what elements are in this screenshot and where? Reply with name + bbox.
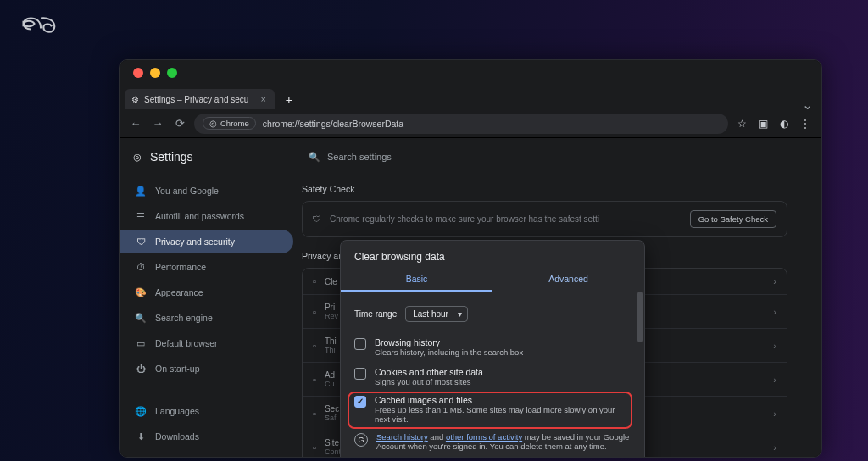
url-text: chrome://settings/clearBrowserData bbox=[263, 119, 403, 129]
shield-icon: 🛡 bbox=[135, 236, 147, 247]
close-window-button[interactable] bbox=[133, 68, 143, 78]
brand-logo bbox=[17, 12, 63, 37]
accessibility-icon: ♿ bbox=[135, 457, 147, 458]
settings-page: ◎ Settings 🔍 Search settings 👤You and Go… bbox=[120, 138, 821, 457]
sidebar-item-default-browser[interactable]: ▭Default browser bbox=[120, 331, 293, 355]
address-bar[interactable]: ◎ Chrome chrome://settings/clearBrowserD… bbox=[194, 114, 728, 134]
sidebar-item-privacy-and-security[interactable]: 🛡Privacy and security bbox=[120, 230, 293, 253]
checkbox-cookies[interactable] bbox=[354, 368, 366, 380]
dialog-scrollbar[interactable] bbox=[637, 288, 643, 458]
search-history-link[interactable]: Search history bbox=[376, 432, 428, 442]
chevron-right-icon: › bbox=[773, 442, 776, 453]
chevron-right-icon: › bbox=[773, 307, 776, 317]
option-label: Cached images and files bbox=[375, 395, 631, 405]
tab-basic[interactable]: Basic bbox=[341, 268, 492, 292]
sidebar-item-label: You and Google bbox=[155, 186, 219, 196]
performance-icon: ⏱ bbox=[135, 262, 147, 272]
chrome-logo-icon: ◎ bbox=[133, 152, 142, 163]
gear-icon: ⚙ bbox=[131, 95, 139, 104]
safety-check-desc: Chrome regularly checks to make sure you… bbox=[330, 214, 599, 224]
back-button[interactable]: ← bbox=[128, 117, 143, 130]
option-label: Browsing history bbox=[375, 337, 523, 347]
sidebar-item-on-start-up[interactable]: ⏻On start-up bbox=[120, 357, 293, 380]
go-to-safety-check-button[interactable]: Go to Safety Check bbox=[690, 210, 776, 228]
sidebar-item-label: Search engine bbox=[155, 313, 213, 323]
window-titlebar bbox=[120, 60, 821, 86]
autofill-icon: ☰ bbox=[135, 211, 147, 222]
sidebar-item-label: Performance bbox=[155, 262, 206, 272]
time-range-label: Time range bbox=[354, 309, 397, 319]
time-range-select[interactable]: Last hour bbox=[405, 306, 468, 322]
row-icon: ▫ bbox=[313, 307, 316, 317]
power-icon: ⏻ bbox=[135, 364, 147, 374]
row-icon: ▫ bbox=[313, 341, 316, 351]
search-placeholder: Search settings bbox=[327, 152, 392, 162]
page-title: Settings bbox=[150, 150, 193, 164]
toolbar: ← → ⟳ ◎ Chrome chrome://settings/clearBr… bbox=[120, 109, 821, 138]
option-sub: Signs you out of most sites bbox=[375, 377, 483, 386]
option-cached-images[interactable]: Cached images and files Frees up less th… bbox=[354, 392, 631, 429]
forward-button[interactable]: → bbox=[150, 117, 165, 130]
tab-overflow-button[interactable]: ⌄ bbox=[802, 101, 813, 109]
settings-header: ◎ Settings 🔍 Search settings bbox=[120, 138, 821, 175]
checkbox-browsing-history[interactable] bbox=[354, 338, 366, 350]
download-icon: ⬇ bbox=[135, 431, 147, 442]
time-range-value: Last hour bbox=[413, 309, 448, 319]
bookmark-button[interactable]: ☆ bbox=[735, 118, 749, 130]
sidebar-item-label: Appearance bbox=[155, 287, 203, 297]
dialog-tabs: Basic Advanced bbox=[341, 268, 644, 292]
close-tab-button[interactable]: × bbox=[260, 94, 265, 104]
google-icon: G bbox=[354, 433, 368, 447]
sidebar-item-accessibility[interactable]: ♿Accessibility bbox=[120, 450, 293, 458]
search-icon: 🔍 bbox=[309, 152, 320, 163]
browser-tab-settings[interactable]: ⚙ Settings – Privacy and secu × bbox=[125, 89, 275, 109]
browser-window: ⚙ Settings – Privacy and secu × + ⌄ ← → … bbox=[119, 59, 822, 458]
sidebar-item-label: Accessibility bbox=[155, 457, 203, 458]
site-chip[interactable]: ◎ Chrome bbox=[203, 117, 256, 130]
checkbox-cached-images[interactable] bbox=[354, 396, 366, 408]
sidebar-item-you-and-google[interactable]: 👤You and Google bbox=[120, 179, 293, 203]
tab-title: Settings – Privacy and secu bbox=[144, 95, 248, 104]
chevron-right-icon: › bbox=[773, 276, 776, 286]
globe-icon: 🌐 bbox=[135, 406, 147, 417]
new-tab-button[interactable]: + bbox=[280, 91, 298, 109]
settings-search[interactable]: 🔍 Search settings bbox=[293, 152, 392, 163]
browser-icon: ▭ bbox=[135, 338, 147, 349]
row-icon: ▫ bbox=[313, 408, 316, 419]
safety-check-heading: Safety Check bbox=[302, 184, 787, 194]
option-sub: Frees up less than 1 MB. Some sites may … bbox=[375, 405, 631, 424]
settings-sidebar: 👤You and Google☰Autofill and passwords🛡P… bbox=[120, 138, 293, 457]
chevron-right-icon: › bbox=[773, 375, 776, 385]
other-activity-link[interactable]: other forms of activity bbox=[446, 432, 522, 442]
sidebar-item-performance[interactable]: ⏱Performance bbox=[120, 255, 293, 279]
menu-button[interactable]: ⋮ bbox=[798, 118, 813, 130]
reload-button[interactable]: ⟳ bbox=[172, 117, 187, 130]
option-cookies[interactable]: Cookies and other site data Signs you ou… bbox=[354, 362, 631, 392]
appearance-icon: 🎨 bbox=[135, 287, 147, 298]
google-account-info: G Search history and other forms of acti… bbox=[354, 429, 631, 453]
person-icon: 👤 bbox=[135, 186, 147, 197]
sidebar-item-search-engine[interactable]: 🔍Search engine bbox=[120, 306, 293, 330]
tab-advanced[interactable]: Advanced bbox=[492, 268, 644, 292]
site-chip-label: Chrome bbox=[220, 119, 249, 128]
extension-icon-1[interactable]: ▣ bbox=[756, 118, 771, 130]
sidebar-item-languages[interactable]: 🌐Languages bbox=[120, 399, 293, 423]
row-icon: ▫ bbox=[313, 276, 316, 286]
minimize-window-button[interactable] bbox=[150, 68, 160, 78]
maximize-window-button[interactable] bbox=[167, 68, 177, 78]
option-browsing-history[interactable]: Browsing history Clears history, includi… bbox=[354, 332, 631, 362]
sidebar-item-label: Default browser bbox=[155, 338, 218, 348]
chrome-icon: ◎ bbox=[209, 119, 217, 128]
search-icon: 🔍 bbox=[135, 313, 147, 324]
sidebar-item-autofill-and-passwords[interactable]: ☰Autofill and passwords bbox=[120, 204, 293, 228]
clear-browsing-data-dialog: Clear browsing data Basic Advanced Time … bbox=[340, 240, 645, 458]
sidebar-item-label: Downloads bbox=[155, 431, 199, 442]
chevron-right-icon: › bbox=[773, 408, 776, 419]
sidebar-item-appearance[interactable]: 🎨Appearance bbox=[120, 280, 293, 304]
sidebar-item-downloads[interactable]: ⬇Downloads bbox=[120, 425, 293, 448]
sidebar-item-label: Autofill and passwords bbox=[155, 211, 244, 221]
extension-icon-2[interactable]: ◐ bbox=[777, 118, 791, 130]
chevron-right-icon: › bbox=[773, 341, 776, 351]
row-icon: ▫ bbox=[313, 442, 316, 453]
sidebar-item-label: Privacy and security bbox=[155, 236, 235, 247]
